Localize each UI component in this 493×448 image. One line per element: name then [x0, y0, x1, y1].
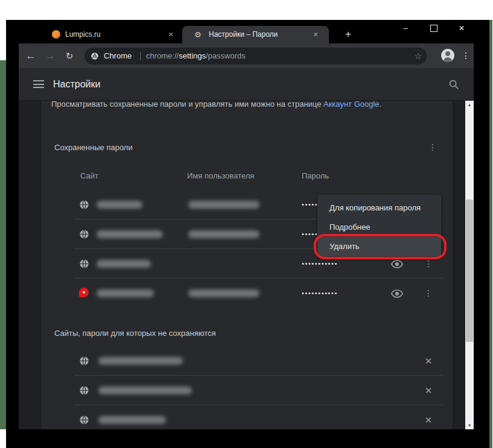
- screenshot-canvas: Lumpics.ru ✕ ⚙ Настройки – Пароли ✕ + – …: [0, 0, 493, 448]
- password-mask: •••••••••••: [302, 279, 338, 308]
- never-saved-list: ✕ ✕ ✕: [41, 346, 453, 429]
- username-redacted: [188, 201, 259, 209]
- show-password-eye-icon[interactable]: [390, 257, 404, 271]
- address-bar[interactable]: Chrome chrome://settings/passwords ☆: [84, 48, 427, 65]
- settings-content: Просматривать сохраненные пароли и управ…: [19, 101, 474, 429]
- chrome-logo-icon: [91, 52, 99, 60]
- globe-favicon-icon: [79, 259, 89, 269]
- settings-header: Настройки: [19, 68, 474, 101]
- globe-favicon-icon: [79, 200, 89, 210]
- url-scheme: chrome://: [146, 51, 179, 60]
- window-close-button[interactable]: ✕: [454, 21, 469, 36]
- background-strip-left: [0, 60, 6, 429]
- column-header-username: Имя пользователя: [187, 171, 254, 180]
- tab-close-icon[interactable]: ✕: [311, 26, 320, 43]
- google-account-link[interactable]: Аккаунт Google: [323, 101, 380, 109]
- tab-label: Настройки – Пароли: [209, 26, 278, 43]
- settings-gear-icon: ⚙: [194, 26, 202, 43]
- remove-site-x-icon[interactable]: ✕: [422, 376, 435, 405]
- site-name-redacted: [97, 289, 154, 297]
- site-name-redacted: [97, 260, 151, 268]
- globe-favicon-icon: [79, 385, 89, 396]
- page-scrollbar[interactable]: ▲ ▼: [465, 101, 474, 429]
- browser-toolbar: ← → ↻ Chrome chrome://settings/passwords…: [19, 43, 474, 68]
- tab-close-icon[interactable]: ✕: [166, 26, 176, 43]
- remove-site-x-icon[interactable]: ✕: [422, 405, 435, 429]
- red-site-favicon-icon: ✶: [79, 288, 89, 297]
- scrollbar-thumb[interactable]: [466, 200, 473, 342]
- site-name-redacted: [97, 230, 163, 238]
- url-host: settings: [179, 51, 206, 60]
- never-saved-title: Сайты, пароли для которых не сохраняются: [54, 329, 216, 338]
- saved-passwords-title: Сохраненные пароли: [54, 143, 133, 152]
- new-tab-button[interactable]: +: [341, 27, 355, 42]
- never-saved-row: ✕: [41, 346, 453, 376]
- globe-favicon-icon: [79, 415, 89, 425]
- settings-page-title: Настройки: [53, 68, 100, 100]
- show-password-eye-icon[interactable]: [390, 287, 404, 300]
- passwords-card: Просматривать сохраненные пароли и управ…: [41, 101, 453, 429]
- hamburger-menu-icon[interactable]: [33, 80, 44, 88]
- saved-passwords-menu-kebab-icon[interactable]: ⋮: [426, 140, 439, 154]
- intro-text: Просматривать сохраненные пароли и управ…: [51, 101, 323, 109]
- globe-favicon-icon: [79, 229, 89, 239]
- url-separator: [140, 52, 141, 60]
- globe-favicon-icon: [79, 356, 89, 366]
- window-maximize-button[interactable]: [426, 21, 442, 36]
- username-redacted: [188, 289, 259, 297]
- back-button[interactable]: ←: [24, 49, 38, 63]
- url-text: chrome://settings/passwords: [146, 48, 246, 65]
- remove-site-x-icon[interactable]: ✕: [422, 346, 435, 376]
- browser-window-frame: Lumpics.ru ✕ ⚙ Настройки – Пароли ✕ + – …: [6, 20, 489, 448]
- username-redacted: [188, 230, 259, 238]
- window-minimize-button[interactable]: –: [398, 21, 413, 36]
- site-name-redacted: [98, 386, 192, 394]
- tab-settings-passwords[interactable]: ⚙ Настройки – Пароли ✕: [182, 26, 329, 43]
- lumpics-favicon-icon: [52, 30, 60, 39]
- tab-label: Lumpics.ru: [65, 26, 101, 43]
- url-product-label: Chrome: [104, 48, 132, 65]
- scrollbar-up-arrow-icon[interactable]: ▲: [465, 103, 474, 107]
- url-path: /passwords: [206, 51, 246, 60]
- background-strip-right: [489, 20, 492, 448]
- menu-item-copy-password[interactable]: Для копирования пароля: [317, 198, 441, 218]
- site-name-redacted: [98, 357, 183, 365]
- tab-lumpics[interactable]: Lumpics.ru ✕: [39, 26, 182, 43]
- password-row: ✶ ••••••••••• ⋮: [41, 279, 453, 308]
- column-header-password: Пароль: [302, 171, 329, 180]
- site-name-redacted: [98, 416, 166, 424]
- red-highlight-annotation: [314, 234, 447, 259]
- browser-window: Lumpics.ru ✕ ⚙ Настройки – Пароли ✕ + – …: [19, 20, 474, 429]
- scrollbar-down-arrow-icon[interactable]: ▼: [465, 423, 474, 427]
- maximize-icon: [430, 25, 437, 32]
- column-header-site: Сайт: [80, 171, 98, 180]
- forward-button[interactable]: →: [43, 49, 57, 63]
- reload-button[interactable]: ↻: [62, 49, 77, 63]
- tab-bar: Lumpics.ru ✕ ⚙ Настройки – Пароли ✕ + – …: [19, 20, 474, 43]
- search-icon[interactable]: [448, 79, 459, 90]
- intro-period: .: [380, 101, 382, 109]
- never-saved-row: ✕: [41, 405, 453, 429]
- never-saved-row: ✕: [41, 376, 453, 405]
- browser-menu-kebab-icon[interactable]: ⋮: [459, 49, 472, 62]
- profile-avatar[interactable]: [441, 49, 454, 62]
- intro-note: Просматривать сохраненные пароли и управ…: [51, 101, 381, 109]
- row-menu-kebab-icon[interactable]: ⋮: [422, 286, 435, 300]
- bookmark-star-icon[interactable]: ☆: [412, 48, 424, 65]
- site-name-redacted: [97, 201, 142, 209]
